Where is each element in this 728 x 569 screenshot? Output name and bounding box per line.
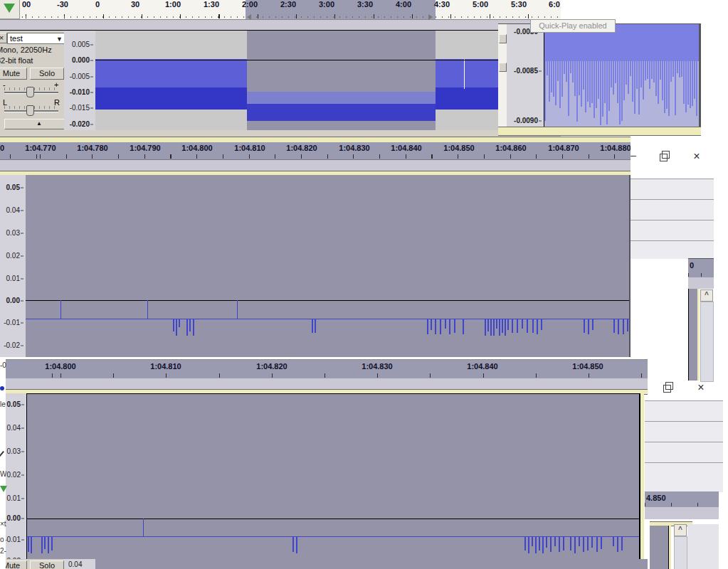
vruler-label: 0.005 xyxy=(72,41,93,48)
vruler-label: 0.04 xyxy=(6,206,23,214)
vruler-label: 0.05 xyxy=(6,184,23,191)
timeline-ruler[interactable]: 00-300301:001:302:002:303:003:304:004:30… xyxy=(0,0,561,20)
play-triangle-icon xyxy=(0,486,7,492)
gain-slider-thumb[interactable] xyxy=(26,87,34,97)
zero-line xyxy=(95,60,561,60)
ruler-fragment-4850: 4.850 xyxy=(645,491,719,507)
time-label: 1:04.830 xyxy=(362,362,392,371)
scrollbar-up-button-2[interactable]: ^ xyxy=(674,524,687,536)
time-label: 1:04.840 xyxy=(467,362,497,371)
vruler-2-labels: 0.050.040.030.020.010.00-0.01-0.02 xyxy=(0,175,26,357)
wave-pulse xyxy=(427,319,428,334)
selection-right-handle[interactable] xyxy=(428,14,433,20)
waveform-band-dark xyxy=(247,104,436,121)
quickplay-triangle-icon xyxy=(4,4,15,13)
pan-slider-thumb[interactable] xyxy=(26,105,34,116)
selection-left-handle[interactable] xyxy=(247,14,251,20)
wave-pulse xyxy=(618,319,619,334)
vruler-label: 0.02 xyxy=(7,471,24,479)
tooltip: Quick-Play enabled xyxy=(530,19,616,33)
vruler-label: 0.05 xyxy=(7,400,24,408)
vruler-label: 0.03 xyxy=(7,447,24,455)
wave-pulse xyxy=(613,319,615,333)
scrollbar-track[interactable] xyxy=(700,302,714,382)
mute-button[interactable]: Mute xyxy=(0,68,27,80)
vruler-label: 0.000 xyxy=(72,56,93,64)
time-label: 1:04.770 xyxy=(25,144,56,152)
timeline-label: 4:30 xyxy=(434,0,450,9)
screen: – × 0 ^ × 4.850 ^ 00-300301:001:3 xyxy=(0,0,728,569)
wave-pulse xyxy=(312,319,313,333)
timeline-label: 3:00 xyxy=(319,0,334,9)
scrollbar-track-2[interactable] xyxy=(674,536,687,569)
scrollbar-up-button[interactable]: ^ xyxy=(700,289,713,302)
vruler-label: 0.00 xyxy=(7,514,24,522)
waveform-pane-3[interactable] xyxy=(27,393,639,568)
window-fragment-text: le xyxy=(0,400,6,408)
bottom-vruler-fragment: 0.04 xyxy=(64,559,95,569)
close-button-2[interactable]: × xyxy=(694,381,708,394)
window-content-fragment xyxy=(650,526,671,569)
wave-pulse xyxy=(502,319,503,333)
quickplay-button[interactable] xyxy=(0,0,20,19)
wave-pulse xyxy=(193,319,194,336)
track-format-line2: 32-bit float xyxy=(0,56,33,65)
wave-pulse xyxy=(237,300,238,319)
vruler-label: -0.01 xyxy=(6,536,24,543)
wave-pulse xyxy=(539,536,540,551)
playback-cursor xyxy=(464,59,465,89)
wave-pulse xyxy=(627,319,628,331)
restore-button[interactable] xyxy=(660,154,668,161)
vruler-label: 0.01 xyxy=(7,494,24,502)
time-label: 1:04.820 xyxy=(256,362,287,371)
wave-pulse xyxy=(512,319,513,333)
timeline-label: 2:00 xyxy=(242,0,258,9)
wave-pulse xyxy=(546,536,547,548)
wave-pulse xyxy=(537,319,538,334)
waveform-region-1[interactable] xyxy=(95,31,247,130)
wave-pulse xyxy=(431,319,432,330)
vruler-3[interactable]: 0.050.040.030.020.010.00-0.01-0.02 xyxy=(6,393,27,568)
window-edge-fragment xyxy=(688,289,700,381)
track-vruler[interactable]: 0.0050.000-0.005-0.010-0.015-0.020 xyxy=(64,31,96,130)
zoom-waveform-pane[interactable] xyxy=(544,24,699,127)
chevron-down-icon: ▼ xyxy=(56,34,63,44)
main-window: 00-300301:001:302:002:303:003:304:004:30… xyxy=(0,0,561,137)
wave-pulse xyxy=(528,536,529,553)
track-close-button[interactable]: × xyxy=(0,33,7,43)
waveform-pane-2[interactable] xyxy=(26,175,631,357)
timeline-label: 5:00 xyxy=(473,0,488,9)
window-3-right-border xyxy=(640,393,644,568)
vruler-label: -0.02 xyxy=(4,341,23,349)
wave-pulse xyxy=(591,536,593,548)
wave-pulse xyxy=(541,319,542,330)
timeline-label: 2:30 xyxy=(280,0,296,9)
waveform-region-selected[interactable] xyxy=(247,31,436,130)
time-ruler-2[interactable]: 01:04.7701:04.7801:04.7901:04.8001:04.81… xyxy=(0,142,631,159)
vruler-label: -0.005 xyxy=(70,73,93,80)
timeline-label: 5:30 xyxy=(511,0,527,9)
edge-button-1[interactable] xyxy=(499,34,507,43)
edge-button-2[interactable] xyxy=(499,63,507,72)
track-name-dropdown[interactable]: test ▼ xyxy=(7,33,65,44)
restore-button-2[interactable] xyxy=(663,385,671,393)
wave-pulse xyxy=(532,319,534,333)
close-button[interactable]: × xyxy=(690,150,704,163)
wave-pulse xyxy=(147,300,148,319)
timeline-label: 30 xyxy=(131,0,139,9)
zoom-vruler-label: -0.0090 xyxy=(514,117,542,124)
wave-pulse xyxy=(435,319,436,334)
vruler-2[interactable]: 0.050.040.030.020.010.00-0.01-0.02 xyxy=(0,175,26,357)
zoom-vruler[interactable]: -0.0080-0.0085-0.0090 xyxy=(507,24,544,127)
wave-pulse xyxy=(507,319,509,330)
time-ruler-3[interactable]: 1:04.8001:04.8101:04.8201:04.8301:04.840… xyxy=(6,359,648,379)
wave-pulse xyxy=(60,300,61,319)
logo-dot-fragment xyxy=(0,386,4,390)
time-label: 0 xyxy=(0,144,4,152)
wave-pulse xyxy=(584,319,585,333)
time-label: 1:04.780 xyxy=(77,144,107,152)
solo-button-fragment[interactable]: Solo xyxy=(30,560,64,569)
wave-pulse xyxy=(583,536,584,552)
solo-button[interactable]: Solo xyxy=(30,68,64,80)
timeline-label: 0 xyxy=(95,0,100,9)
